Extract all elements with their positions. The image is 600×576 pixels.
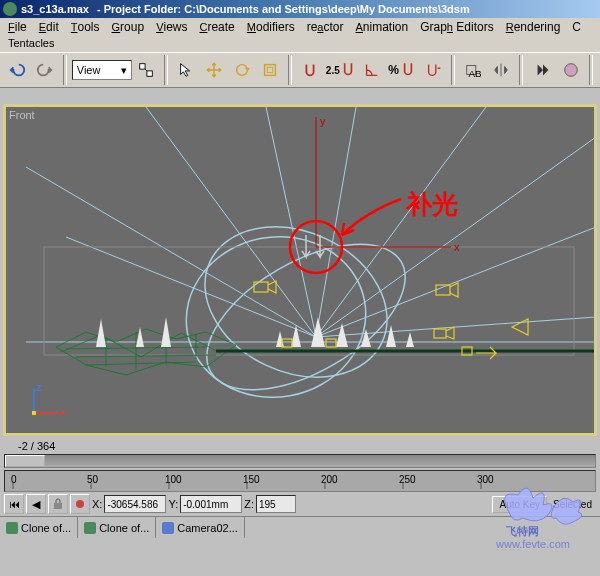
menu-file[interactable]: File xyxy=(2,18,33,36)
scene-axis-y-label: y xyxy=(320,115,326,127)
geometry-icon xyxy=(84,522,96,534)
timeline-area: -2 / 364 0 50 100 150 200 250 300 ⏮ ◀ X:… xyxy=(0,438,600,538)
main-toolbar: View 2.5 % ABC xyxy=(0,52,600,88)
svg-rect-27 xyxy=(436,285,450,295)
svg-text:www.fevte.com: www.fevte.com xyxy=(495,538,570,550)
svg-line-10 xyxy=(26,167,316,337)
menu-bar[interactable]: File Edit Tools Group Views Create Modif… xyxy=(0,18,600,36)
x-label: X: xyxy=(92,498,102,510)
select-link-button[interactable] xyxy=(134,57,160,83)
reference-coord-dropdown[interactable]: View xyxy=(72,60,132,80)
status-bar: ⏮ ◀ X: Y: Z: Auto Key Selected xyxy=(0,492,600,516)
svg-rect-45 xyxy=(54,503,62,509)
geometry-icon xyxy=(6,522,18,534)
svg-rect-26 xyxy=(326,339,336,347)
selected-label: Selected xyxy=(549,497,596,512)
menu-rendering[interactable]: Rendering xyxy=(500,18,567,36)
key-mode-button[interactable] xyxy=(70,494,90,514)
material-editor-button[interactable] xyxy=(558,57,584,83)
snap-toggle-button[interactable] xyxy=(297,57,323,83)
svg-point-3 xyxy=(237,65,248,76)
frame-counter: -2 / 364 xyxy=(0,438,600,454)
menu-customize[interactable]: C xyxy=(566,18,587,36)
select-button[interactable] xyxy=(173,57,199,83)
svg-rect-37 xyxy=(32,411,36,415)
time-slider-thumb[interactable] xyxy=(5,455,45,467)
camera-icon xyxy=(162,522,174,534)
scene-tabs: Clone of... Clone of... Camera02... xyxy=(0,516,600,538)
lock-selection-button[interactable] xyxy=(48,494,68,514)
goto-start-button[interactable]: ⏮ xyxy=(4,494,24,514)
time-slider[interactable] xyxy=(4,454,596,468)
tab-clone-2[interactable]: Clone of... xyxy=(78,517,156,538)
snap-2d-button[interactable]: 2.5 xyxy=(325,57,357,83)
z-coord-input[interactable] xyxy=(256,495,296,513)
x-coord-input[interactable] xyxy=(104,495,166,513)
svg-text:z: z xyxy=(36,381,42,393)
menu-bar-2[interactable]: Tentacles xyxy=(0,36,600,52)
spinner-snap-button[interactable] xyxy=(421,57,447,83)
svg-rect-0 xyxy=(140,64,145,69)
redo-button[interactable] xyxy=(32,57,58,83)
menu-tentacles[interactable]: Tentacles xyxy=(8,37,54,49)
menu-modifiers[interactable]: Modifiers xyxy=(241,18,301,36)
svg-rect-1 xyxy=(147,71,152,76)
select-move-button[interactable] xyxy=(201,57,227,83)
title-bar: s3_c13a.max - Project Folder: C:\Documen… xyxy=(0,0,600,18)
scene-content: y x xyxy=(6,107,597,436)
svg-rect-4 xyxy=(265,65,276,76)
svg-point-8 xyxy=(565,64,578,77)
scene-axis-x-label: x xyxy=(454,241,460,253)
svg-line-14 xyxy=(316,107,486,337)
app-icon xyxy=(3,2,17,16)
menu-edit[interactable]: Edit xyxy=(33,18,65,36)
svg-text:x: x xyxy=(60,406,66,418)
select-scale-button[interactable] xyxy=(257,57,283,83)
svg-text:ABC: ABC xyxy=(469,68,483,79)
svg-rect-28 xyxy=(434,329,446,338)
autokey-button[interactable]: Auto Key xyxy=(492,496,547,513)
title-path: - Project Folder: C:\Documents and Setti… xyxy=(97,3,470,15)
undo-button[interactable] xyxy=(4,57,30,83)
y-coord-input[interactable] xyxy=(180,495,242,513)
named-selection-button[interactable]: ABC xyxy=(460,57,486,83)
menu-create[interactable]: Create xyxy=(193,18,240,36)
svg-point-46 xyxy=(76,500,84,508)
tab-camera[interactable]: Camera02... xyxy=(156,517,245,538)
menu-animation[interactable]: Animation xyxy=(349,18,414,36)
axis-gizmo: z x xyxy=(26,381,66,421)
svg-line-2 xyxy=(146,69,148,71)
viewport-front[interactable]: Front xyxy=(3,104,597,436)
select-rotate-button[interactable] xyxy=(229,57,255,83)
y-label: Y: xyxy=(168,498,178,510)
menu-group[interactable]: Group xyxy=(106,18,151,36)
svg-line-15 xyxy=(316,137,596,337)
menu-graph[interactable]: Graph Editors xyxy=(414,18,500,36)
play-forward-button[interactable] xyxy=(530,57,556,83)
svg-rect-5 xyxy=(267,67,272,72)
z-label: Z: xyxy=(244,498,254,510)
prev-frame-button[interactable]: ◀ xyxy=(26,494,46,514)
tab-clone-1[interactable]: Clone of... xyxy=(0,517,78,538)
angle-snap-button[interactable] xyxy=(359,57,385,83)
mirror-button[interactable] xyxy=(488,57,514,83)
menu-reactor[interactable]: reactor xyxy=(301,18,350,36)
menu-tools[interactable]: Tools xyxy=(65,18,106,36)
time-ruler[interactable]: 0 50 100 150 200 250 300 xyxy=(4,470,596,492)
menu-views[interactable]: Views xyxy=(150,18,193,36)
title-filename: s3_c13a.max xyxy=(21,3,89,15)
percent-snap-button[interactable]: % xyxy=(387,57,419,83)
